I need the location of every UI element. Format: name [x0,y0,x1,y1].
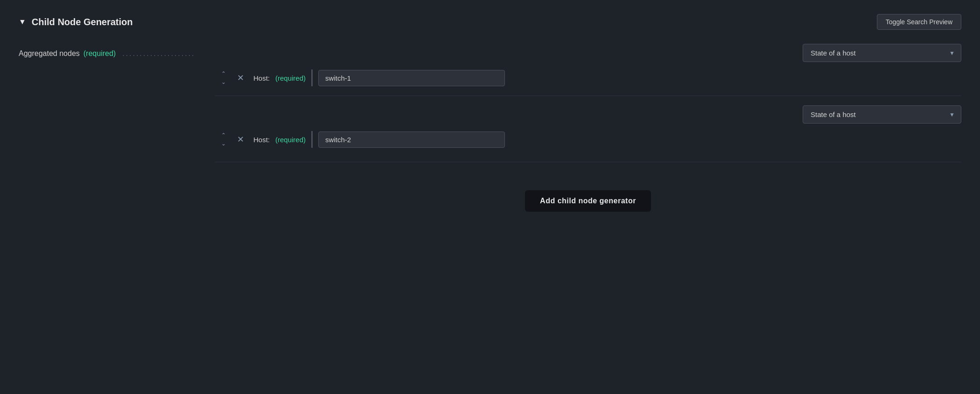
node-type-select-wrapper-1: State of a host State of a service Best … [803,44,961,62]
section-header: ▼ Child Node Generation Toggle Search Pr… [19,14,961,30]
add-child-node-generator-button[interactable]: Add child node generator [525,190,651,212]
aggregated-nodes-text: Aggregated nodes [19,49,80,58]
reorder-controls-1[interactable]: ⌃ ⌄ [219,70,228,86]
move-down-button-1[interactable]: ⌄ [219,78,228,86]
node-item: State of a host State of a service Best … [215,44,961,96]
content-area: Aggregated nodes (required) ............… [19,44,961,212]
param-group-1: Host: (required) [253,69,961,86]
section-title: Child Node Generation [32,17,133,28]
aggregated-nodes-required: (required) [84,49,116,58]
aggregated-nodes-label: Aggregated nodes (required) ............… [19,44,215,212]
host-input-2[interactable] [318,131,505,148]
param-border-2 [311,131,313,148]
param-border-1 [311,69,313,86]
host-input-1[interactable] [318,70,505,86]
reorder-controls-2[interactable]: ⌃ ⌄ [219,131,228,147]
host-label-2: Host: [253,136,270,144]
move-up-button-2[interactable]: ⌃ [219,131,228,139]
node-type-select-1[interactable]: State of a host State of a service Best … [803,44,961,62]
node-type-select-2[interactable]: State of a host State of a service Best … [803,105,961,124]
delete-node-button-1[interactable]: ✕ [235,71,246,85]
node-type-row-2: State of a host State of a service Best … [215,105,961,124]
host-required-1: (required) [275,74,306,82]
aggregated-nodes-dotted: ..................... [122,49,195,58]
toggle-search-preview-button[interactable]: Toggle Search Preview [877,14,961,30]
move-up-button-1[interactable]: ⌃ [219,70,228,77]
node-params-row-2: ⌃ ⌄ ✕ Host: (required) [219,131,961,148]
collapse-chevron-icon[interactable]: ▼ [19,18,26,26]
node-type-select-wrapper-2: State of a host State of a service Best … [803,105,961,124]
move-down-button-2[interactable]: ⌄ [219,140,228,147]
host-label-1: Host: [253,74,270,82]
node-params-row-1: ⌃ ⌄ ✕ Host: (required) [219,69,961,86]
delete-node-button-2[interactable]: ✕ [235,132,246,146]
host-required-2: (required) [275,136,306,144]
node-item: State of a host State of a service Best … [215,96,961,162]
param-group-2: Host: (required) [253,131,961,148]
node-type-row-1: State of a host State of a service Best … [215,44,961,62]
nodes-list: State of a host State of a service Best … [215,44,961,212]
